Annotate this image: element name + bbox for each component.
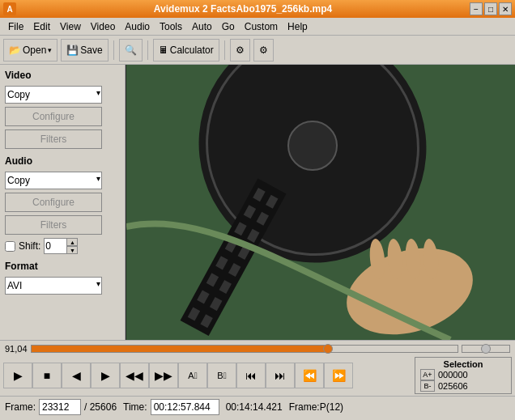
next-keyframe-icon: ⏭ bbox=[275, 369, 286, 382]
selection-a-icon[interactable]: A+ bbox=[420, 369, 435, 380]
mark-a-button[interactable]: A⃥ bbox=[178, 363, 207, 388]
video-codec-wrapper: Copy MPEG-4 AVC MPEG-2 FFV1 ▾ bbox=[5, 86, 102, 104]
goto-end-button[interactable]: ⏩ bbox=[324, 363, 353, 388]
time-label: Time: bbox=[123, 401, 147, 413]
app-icon: A bbox=[3, 2, 16, 15]
frame-group: Frame: / 25606 bbox=[5, 399, 117, 415]
shift-checkbox[interactable] bbox=[5, 241, 15, 252]
video-configure-button[interactable]: Configure bbox=[5, 107, 102, 126]
interp-button[interactable]: ⚙ bbox=[230, 39, 250, 62]
open-dropdown-arrow[interactable]: ▾ bbox=[48, 46, 52, 54]
menu-item-go[interactable]: Go bbox=[217, 19, 240, 34]
audio-filters-button[interactable]: Filters bbox=[5, 215, 102, 235]
interp-icon: ⚙ bbox=[236, 45, 245, 56]
menu-item-video[interactable]: Video bbox=[86, 19, 120, 34]
next-keyframe-button[interactable]: ⏭ bbox=[266, 363, 295, 388]
menu-item-custom[interactable]: Custom bbox=[240, 19, 283, 34]
shift-spin-btns: ▲ ▼ bbox=[66, 238, 78, 254]
calculator-icon: 🖩 bbox=[159, 45, 168, 56]
mark-a-icon: A⃥ bbox=[188, 371, 197, 380]
time-input[interactable] bbox=[151, 399, 219, 415]
zoom-button[interactable]: 🔍 bbox=[119, 39, 143, 62]
selection-a-row: A+ 000000 bbox=[420, 369, 506, 380]
minimize-button[interactable]: − bbox=[470, 2, 483, 15]
seekbar-row: 91,04 bbox=[0, 341, 515, 355]
save-icon: 💾 bbox=[66, 45, 79, 56]
frame-label: Frame: bbox=[5, 401, 36, 413]
titlebar-controls: − □ ✕ bbox=[470, 2, 512, 15]
format-select[interactable]: AVI MKV MP4 MOV bbox=[5, 277, 102, 295]
rewind-icon: ◀◀ bbox=[126, 369, 143, 382]
video-filters-button[interactable]: Filters bbox=[5, 129, 102, 149]
audio-codec-select[interactable]: Copy MP3 AAC AC3 bbox=[5, 172, 102, 189]
selection-box: Selection A+ 000000 B- 025606 bbox=[415, 357, 512, 394]
total-frames: / 25606 bbox=[84, 401, 117, 413]
save-button[interactable]: 💾 Save bbox=[61, 39, 108, 62]
menu-item-edit[interactable]: Edit bbox=[28, 19, 55, 34]
mark-b-icon: B⃥ bbox=[217, 371, 226, 380]
selection-b-value: 025606 bbox=[438, 381, 468, 391]
next-frame-icon: ▶ bbox=[101, 369, 110, 382]
next-frame-button[interactable]: ▶ bbox=[91, 363, 120, 388]
prev-frame-icon: ◀ bbox=[72, 369, 81, 382]
transport-row: ▶ ■ ◀ ▶ ◀◀ ▶▶ A⃥ B⃥ ⏮ ⏭ ⏪ bbox=[0, 355, 515, 396]
close-button[interactable]: ✕ bbox=[499, 2, 512, 15]
format-section-label: Format bbox=[5, 261, 120, 272]
titlebar-title: Avidemux 2 FactsAbo1975_256kb.mp4 bbox=[16, 3, 470, 15]
video-canvas bbox=[126, 65, 515, 340]
video-section-label: Video bbox=[5, 70, 120, 81]
goto-start-button[interactable]: ⏪ bbox=[295, 363, 324, 388]
stop-icon: ■ bbox=[44, 369, 50, 382]
frame-input[interactable] bbox=[39, 399, 81, 415]
seek-position-label: 91,04 bbox=[5, 344, 28, 354]
selection-b-row: B- 025606 bbox=[420, 380, 506, 392]
open-button[interactable]: 📂 Open ▾ bbox=[3, 39, 57, 62]
toolbar-sep-2 bbox=[147, 40, 148, 60]
menu-item-file[interactable]: File bbox=[3, 19, 28, 34]
shift-down-button[interactable]: ▼ bbox=[66, 246, 78, 254]
toolbar-sep-1 bbox=[113, 40, 114, 60]
extra-button[interactable]: ⚙ bbox=[253, 39, 274, 62]
shift-label: Shift: bbox=[19, 240, 40, 252]
main-area: Video Copy MPEG-4 AVC MPEG-2 FFV1 ▾ Conf… bbox=[0, 65, 515, 340]
volume-slider[interactable] bbox=[462, 345, 510, 353]
shift-up-button[interactable]: ▲ bbox=[66, 238, 78, 246]
ffwd-button[interactable]: ▶▶ bbox=[149, 363, 178, 388]
goto-end-icon: ⏩ bbox=[332, 369, 346, 382]
time-group: Time: bbox=[123, 399, 219, 415]
shift-spinner: ▲ ▼ bbox=[44, 238, 78, 254]
toolbar: 📂 Open ▾ 💾 Save 🔍 🖩 Calculator ⚙ ⚙ bbox=[0, 36, 515, 65]
mark-b-button[interactable]: B⃥ bbox=[207, 363, 236, 388]
selection-a-value: 000000 bbox=[438, 370, 468, 380]
selection-title: Selection bbox=[420, 359, 506, 369]
menu-item-audio[interactable]: Audio bbox=[120, 19, 155, 34]
prev-keyframe-icon: ⏮ bbox=[245, 369, 257, 382]
left-panel: Video Copy MPEG-4 AVC MPEG-2 FFV1 ▾ Conf… bbox=[0, 65, 126, 340]
menu-item-auto[interactable]: Auto bbox=[187, 19, 217, 34]
seekbar[interactable] bbox=[31, 345, 458, 353]
frame-info: Frame:P(12) bbox=[289, 401, 343, 413]
video-frame bbox=[126, 65, 515, 340]
play-icon: ▶ bbox=[14, 369, 23, 382]
open-icon: 📂 bbox=[9, 45, 21, 56]
menu-item-help[interactable]: Help bbox=[283, 19, 313, 34]
prev-frame-button[interactable]: ◀ bbox=[62, 363, 91, 388]
prev-keyframe-button[interactable]: ⏮ bbox=[236, 363, 266, 388]
calculator-button[interactable]: 🖩 Calculator bbox=[153, 39, 219, 62]
menubar: FileEditViewVideoAudioToolsAutoGoCustomH… bbox=[0, 18, 515, 36]
selection-b-icon[interactable]: B- bbox=[420, 380, 435, 392]
end-time: 00:14:14.421 bbox=[226, 401, 283, 413]
audio-configure-button[interactable]: Configure bbox=[5, 193, 102, 212]
stop-button[interactable]: ■ bbox=[32, 363, 62, 388]
menu-item-view[interactable]: View bbox=[55, 19, 86, 34]
toolbar-sep-3 bbox=[224, 40, 225, 60]
shift-row: Shift: ▲ ▼ bbox=[5, 238, 120, 254]
maximize-button[interactable]: □ bbox=[484, 2, 497, 15]
video-codec-select[interactable]: Copy MPEG-4 AVC MPEG-2 FFV1 bbox=[5, 86, 102, 104]
titlebar-left: A bbox=[3, 2, 16, 15]
rewind-button[interactable]: ◀◀ bbox=[120, 363, 149, 388]
extra-icon: ⚙ bbox=[259, 45, 268, 56]
menu-item-tools[interactable]: Tools bbox=[155, 19, 187, 34]
bottom-controls: 91,04 ▶ ■ ◀ ▶ ◀◀ ▶▶ A⃥ B⃥ ⏮ bbox=[0, 340, 515, 418]
play-button[interactable]: ▶ bbox=[3, 363, 32, 388]
